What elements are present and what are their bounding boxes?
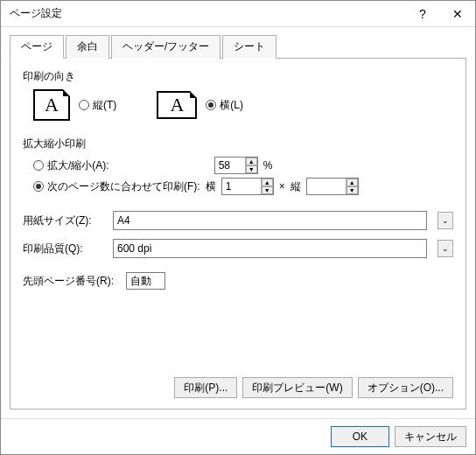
fit-wide-spinner[interactable]: ▲▼ (261, 178, 273, 194)
radio-label-adjust: 拡大/縮小(A): (47, 158, 109, 173)
paper-size-value: A4 (117, 214, 423, 227)
tab-content: 印刷の向き A 縦(T) A 横(L) 拡大縮小印刷 (10, 59, 466, 410)
radio-dot-portrait (79, 100, 89, 110)
adjust-unit: % (263, 159, 273, 172)
print-quality-value: 600 dpi (117, 242, 423, 255)
fit-times: × (279, 180, 285, 192)
help-button[interactable]: ? (405, 1, 440, 27)
portrait-icon: A (33, 89, 70, 121)
adjust-input[interactable]: 58 ▲▼ (214, 157, 258, 174)
adjust-value: 58 (215, 159, 245, 172)
tab-sheet[interactable]: シート (222, 35, 276, 59)
close-button[interactable]: ✕ (440, 1, 475, 27)
orientation-group: 印刷の向き A 縦(T) A 横(L) (23, 69, 453, 121)
first-page-label: 先頭ページ番号(R): (23, 274, 119, 289)
radio-dot-adjust (33, 160, 44, 171)
radio-portrait[interactable]: 縦(T) (79, 98, 116, 113)
print-button[interactable]: 印刷(P)... (174, 377, 237, 398)
fit-wide-value: 1 (222, 180, 261, 192)
radio-landscape[interactable]: 横(L) (206, 98, 243, 113)
cancel-button[interactable]: キャンセル (395, 426, 466, 447)
print-quality-select[interactable]: 600 dpi (113, 239, 427, 258)
radio-dot-fit (33, 181, 44, 192)
paper-size-dropdown-icon[interactable]: ⌄ (438, 212, 453, 229)
radio-dot-landscape (206, 100, 216, 110)
dialog-footer: OK キャンセル (1, 418, 475, 454)
ok-button[interactable]: OK (331, 426, 389, 447)
orientation-label: 印刷の向き (23, 69, 453, 84)
scaling-label: 拡大縮小印刷 (23, 136, 453, 151)
tab-header-footer[interactable]: ヘッダー/フッター (111, 35, 220, 59)
radio-adjust[interactable]: 拡大/縮小(A): (33, 158, 109, 173)
radio-fit[interactable]: 次のページ数に合わせて印刷(F): (33, 179, 200, 194)
titlebar: ページ設定 ? ✕ (1, 1, 475, 27)
first-page-value: 自動 (130, 274, 151, 289)
landscape-icon: A (157, 91, 197, 119)
tab-strip: ページ 余白 ヘッダー/フッター シート (10, 34, 466, 59)
radio-label-landscape: 横(L) (220, 98, 243, 113)
adjust-spinner[interactable]: ▲▼ (245, 158, 257, 173)
radio-label-portrait: 縦(T) (93, 98, 116, 113)
paper-size-label: 用紙サイズ(Z): (23, 214, 106, 228)
inner-button-row: 印刷(P)... 印刷プレビュー(W) オプション(O)... (23, 377, 453, 398)
page-setup-dialog: ページ設定 ? ✕ ページ 余白 ヘッダー/フッター シート 印刷の向き A 縦… (0, 0, 476, 455)
paper-size-select[interactable]: A4 (113, 211, 427, 230)
options-button[interactable]: オプション(O)... (358, 377, 453, 398)
tab-page[interactable]: ページ (10, 35, 64, 59)
print-preview-button[interactable]: 印刷プレビュー(W) (242, 377, 352, 398)
print-quality-label: 印刷品質(Q): (23, 242, 106, 256)
dialog-title: ページ設定 (10, 6, 405, 21)
fit-tall-label: 縦 (290, 179, 301, 194)
print-quality-dropdown-icon[interactable]: ⌄ (438, 240, 453, 257)
radio-label-fit: 次のページ数に合わせて印刷(F): (47, 179, 200, 194)
fit-tall-spinner[interactable]: ▲▼ (346, 178, 358, 194)
scaling-group: 拡大縮小印刷 拡大/縮小(A): 58 ▲▼ % (23, 136, 453, 195)
fit-wide-input[interactable]: 1 ▲▼ (221, 178, 274, 195)
fit-tall-input[interactable]: ▲▼ (306, 178, 359, 195)
fit-wide-label: 横 (206, 179, 216, 194)
tab-margins[interactable]: 余白 (66, 35, 109, 59)
first-page-input[interactable]: 自動 (126, 272, 165, 290)
paper-settings: 用紙サイズ(Z): A4 ⌄ 印刷品質(Q): 600 dpi ⌄ 先頭ページ番… (23, 211, 453, 290)
